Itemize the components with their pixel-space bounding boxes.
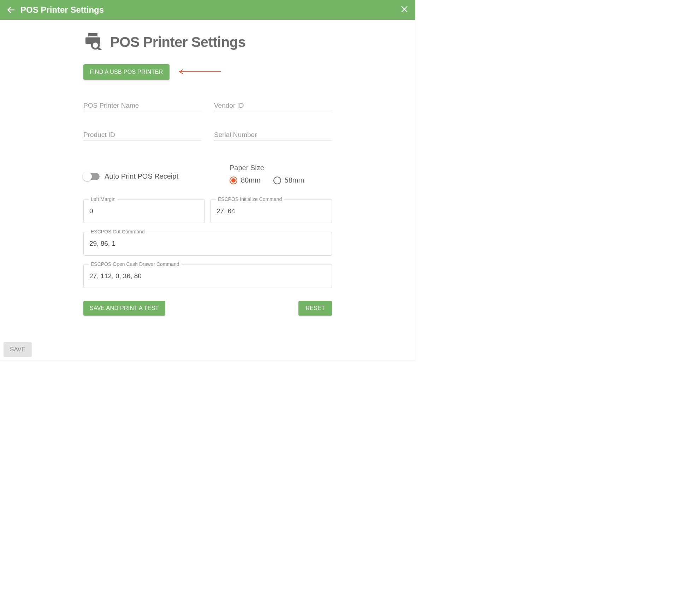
annotation-arrow-icon [176,68,222,77]
page-title: POS Printer Settings [110,34,245,50]
save-and-print-test-button[interactable]: SAVE AND PRINT A TEST [83,301,165,316]
printer-search-icon [83,32,102,52]
escpos-drawer-input[interactable] [89,272,326,280]
bottom-save-button[interactable]: SAVE [4,342,32,357]
header-title: POS Printer Settings [20,5,104,15]
left-margin-field[interactable]: Left Margin [83,199,205,223]
serial-number-field[interactable]: Serial Number [214,131,332,141]
reset-button[interactable]: RESET [298,301,332,316]
escpos-cut-field[interactable]: ESCPOS Cut Command [83,232,332,256]
product-id-field[interactable]: Product ID [83,131,201,141]
left-margin-input[interactable] [89,207,199,215]
paper-size-option-1: 58mm [285,176,304,184]
paper-size-radio-80mm[interactable]: 80mm [230,176,261,184]
vendor-id-field[interactable]: Vendor ID [214,102,332,111]
page-heading: POS Printer Settings [83,32,332,52]
back-arrow-icon[interactable] [6,5,16,14]
header-bar: POS Printer Settings [0,0,415,20]
paper-size-group: Paper Size 80mm 58mm [230,164,332,184]
serial-number-label: Serial Number [214,131,332,139]
escpos-drawer-field[interactable]: ESCPOS Open Cash Drawer Command [83,264,332,288]
printer-name-label: POS Printer Name [83,102,201,109]
svg-rect-3 [88,33,97,36]
radio-unchecked-icon [273,177,281,184]
printer-name-field[interactable]: POS Printer Name [83,102,201,111]
auto-print-label: Auto Print POS Receipt [105,172,178,180]
left-margin-label: Left Margin [89,196,118,202]
svg-line-6 [98,48,101,50]
escpos-cut-label: ESCPOS Cut Command [89,229,147,234]
escpos-init-input[interactable] [216,207,326,215]
paper-size-radio-58mm[interactable]: 58mm [273,176,304,184]
close-icon[interactable] [401,5,408,14]
paper-size-label: Paper Size [230,164,332,172]
find-usb-printer-button[interactable]: FIND A USB POS PRINTER [83,64,170,80]
product-id-label: Product ID [83,131,201,139]
escpos-init-label: ESCPOS Initialize Command [216,196,284,202]
escpos-cut-input[interactable] [89,240,326,248]
radio-checked-icon [230,177,237,184]
auto-print-toggle[interactable] [83,173,100,180]
escpos-init-field[interactable]: ESCPOS Initialize Command [210,199,332,223]
paper-size-option-0: 80mm [241,176,261,184]
vendor-id-label: Vendor ID [214,102,332,109]
escpos-drawer-label: ESCPOS Open Cash Drawer Command [89,261,182,267]
